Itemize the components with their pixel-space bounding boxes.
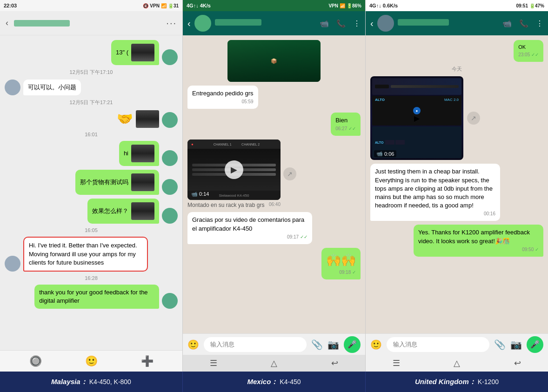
video-duration-p2: 📹 0:14: [191, 191, 209, 197]
bubble-clapping: 🙌🙌 09:18 ✓: [321, 248, 361, 279]
bubble-uk-feedback: Just testing them in a cheap bar install…: [370, 164, 500, 221]
menu-nav-icon-p3[interactable]: ☰: [393, 358, 400, 368]
timestamp: 16:01: [5, 132, 178, 137]
wa-avatar-p2: [194, 15, 211, 32]
avatar-p1: [162, 49, 178, 65]
contact-name-blurred-p1: [14, 20, 70, 27]
input-bar-p3: 🙂 📎 📷 🎤: [366, 333, 548, 355]
call-icon-p2[interactable]: 📞: [336, 19, 346, 28]
more-icon-p2[interactable]: ⋮: [353, 19, 361, 28]
message-input-p2[interactable]: [204, 337, 307, 352]
msg-row: Just testing them in a cheap bar install…: [370, 164, 543, 221]
avatar-p1-4: [162, 179, 178, 195]
msg-time: 09:18 ✓: [326, 269, 356, 276]
msg-row: Entregando pedido grs 05:59: [187, 86, 361, 109]
chat-body-p1: 13" ( 12月5日 下午17:10 可以可以。小问题 12月5日 下午17:…: [0, 35, 182, 350]
input-bar-p2: 🙂 📎 📷 🎤: [183, 333, 365, 355]
footer-products-uk: K-1200: [478, 378, 499, 385]
timestamp: 12月5日 下午17:21: [5, 99, 178, 106]
panel-malaysia: 22:03 🔇 VPN 📶 🔋31 ‹ ··· 13" (: [0, 0, 183, 372]
bubble-prev-sent: OK 23:05 ✓✓: [514, 40, 543, 62]
wechat-speaker-icon[interactable]: 🔘: [29, 355, 42, 367]
back-button-p2[interactable]: ‹: [187, 18, 191, 29]
bubble-gracias: Gracias por su video de comentarios para…: [187, 212, 312, 244]
avatar-p1-3: [162, 150, 178, 166]
bubble-received: 可以可以。小问题: [23, 80, 81, 95]
chat-body-p2: 📦 Entregando pedido grs 05:59 Bien 06:27…: [183, 35, 365, 333]
bubble-uk-thanks: Yes. Thanks for K1200 amplifier feedback…: [414, 225, 543, 256]
bubble-sent: 13" (: [111, 40, 159, 65]
msg-time: 09:17 ✓✓: [192, 234, 307, 240]
avatar-p1-6: [162, 293, 178, 309]
emoji-icon-p3[interactable]: 🙂: [370, 339, 382, 350]
status-icons-p3: 09:51 🔋47%: [516, 3, 544, 8]
product-image-top: 📦: [227, 40, 321, 82]
footer-products-mexico: K4-450: [280, 378, 301, 385]
msg-row: 🤝: [5, 110, 178, 128]
more-icon-p3[interactable]: ⋮: [536, 19, 543, 28]
mic-button-p3[interactable]: 🎤: [527, 336, 543, 353]
footer-uk: United Kingdom： K-1200: [366, 372, 548, 392]
share-button-p3[interactable]: ↗: [467, 112, 480, 125]
attach-icon-p3[interactable]: 📎: [494, 339, 506, 350]
status-bar-p3: 4G↑↓ 0.6K/s 09:51 🔋47%: [366, 0, 548, 11]
msg-row: Gracias por su video de comentarios para…: [187, 212, 361, 244]
avatar-p1-5: [162, 208, 178, 224]
wechat-add-icon[interactable]: ➕: [141, 355, 154, 367]
back-button-p3[interactable]: ‹: [370, 18, 374, 29]
footer-country-uk: United Kingdom：: [415, 378, 476, 386]
wa-header-p3: ‹ 📹 📞 ⋮: [366, 11, 548, 35]
camera-icon-p3[interactable]: 📷: [510, 339, 522, 350]
footer-bar: Malaysia： K4-450, K-800 Mexico： K4-450 U…: [0, 372, 548, 392]
wechat-nav-bar: 🔘 🙂 ➕: [0, 350, 182, 372]
back-nav-icon-p2[interactable]: ↩: [331, 358, 338, 368]
home-nav-icon-p2[interactable]: △: [271, 358, 277, 368]
call-icon-p3[interactable]: 📞: [519, 19, 528, 28]
home-nav-icon-p3[interactable]: △: [454, 358, 460, 368]
amp-thumb: [131, 202, 154, 220]
video-call-icon-p2[interactable]: 📹: [320, 19, 329, 28]
amp-thumb: [131, 145, 154, 162]
msg-row: hi: [5, 141, 178, 166]
bubble-result-q: 效果怎么样？: [87, 199, 159, 224]
play-button-p2[interactable]: ▶: [225, 160, 243, 179]
footer-malaysia: Malaysia： K4-450, K-800: [0, 372, 183, 392]
msg-row: OK 23:05 ✓✓: [370, 40, 543, 62]
msg-time: 09:50 ✓: [418, 246, 539, 253]
timestamp: 16:05: [5, 227, 178, 233]
back-icon[interactable]: ‹: [6, 18, 8, 28]
back-nav-icon-p3[interactable]: ↩: [514, 358, 521, 368]
wechat-emoji-icon[interactable]: 🙂: [85, 355, 98, 367]
msg-row: 可以可以。小问题: [5, 80, 178, 95]
msg-row: 13" (: [5, 40, 178, 65]
video-call-icon-p3[interactable]: 📹: [502, 19, 512, 28]
status-time-p1: 22:03: [4, 3, 17, 8]
footer-country-malaysia: Malaysia：: [51, 378, 87, 386]
contact-name-blurred-p2: [215, 19, 261, 26]
emoji-icon-p2[interactable]: 🙂: [187, 339, 199, 350]
stacked-amps-video[interactable]: ALTO MAC 2.0 ● ALTO: [370, 76, 463, 160]
camera-icon-p2[interactable]: 📷: [327, 339, 339, 350]
attach-icon-p2[interactable]: 📎: [311, 339, 323, 350]
status-icons-p1: 🔇 VPN 📶 🔋31: [143, 3, 179, 8]
status-bar-p1: 22:03 🔇 VPN 📶 🔋31: [0, 0, 182, 11]
wa-header-icons-p2: 📹 📞 ⋮: [320, 19, 361, 28]
share-button-p2[interactable]: ↗: [283, 167, 296, 180]
avatar-p1-2: [162, 112, 178, 128]
timestamp: 12月5日 下午17:10: [5, 69, 178, 76]
footer-mexico: Mexico： K4-450: [183, 372, 366, 392]
wa-header-icons-p3: 📹 📞 ⋮: [502, 19, 543, 28]
menu-nav-icon-p2[interactable]: ☰: [210, 358, 217, 368]
amp-thumb: [131, 173, 154, 191]
message-input-p3[interactable]: [387, 337, 489, 352]
bubble-thankyou: thank you for your good feedback for the…: [34, 285, 159, 309]
msg-time: 23:05 ✓✓: [518, 52, 539, 58]
video-thumb-p2[interactable]: ● CHANNEL 1 CHANNEL 2 Sielawood K4-450: [187, 140, 281, 200]
play-button-p3[interactable]: ▶: [414, 114, 420, 123]
msg-row: 效果怎么样？: [5, 199, 178, 224]
bubble-bien: Bien 06:27 ✓✓: [331, 113, 361, 136]
bubble-test-q: 那个货物有测试吗: [75, 170, 159, 195]
mic-button-p2[interactable]: 🎤: [344, 336, 361, 353]
more-icon-p1[interactable]: ···: [166, 18, 177, 28]
status-time-p3: 4G↑↓ 0.6K/s: [369, 3, 398, 8]
